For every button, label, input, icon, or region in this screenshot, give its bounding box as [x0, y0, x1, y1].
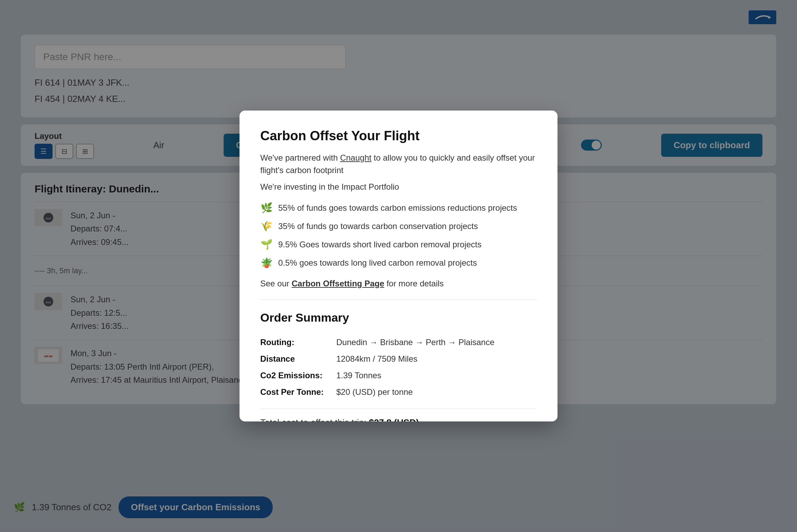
- routing-row: Routing: Dunedin → Brisbane → Perth → Pl…: [260, 334, 537, 351]
- seedling-icon: 🌱: [260, 239, 273, 250]
- cost-per-tonne-row: Cost Per Tonne: $20 (USD) per tonne: [260, 384, 537, 400]
- cost-per-tonne-value: $20 (USD) per tonne: [336, 384, 537, 400]
- distance-value: 12084km / 7509 Miles: [336, 351, 537, 367]
- list-item-4: 🪴 0.5% goes towards long lived carbon re…: [260, 254, 537, 272]
- order-summary-table: Routing: Dunedin → Brisbane → Perth → Pl…: [260, 334, 537, 400]
- modal-portfolio-list: 🌿 55% of funds goes towards carbon emiss…: [260, 199, 537, 272]
- list-item-3-text: 9.5% Goes towards short lived carbon rem…: [278, 240, 481, 249]
- cost-per-tonne-label: Cost Per Tonne:: [260, 384, 336, 400]
- modal-intro-paragraph: We've partnered with Cnaught to allow yo…: [260, 152, 537, 177]
- distance-row: Distance 12084km / 7509 Miles: [260, 351, 537, 367]
- cnaught-link[interactable]: Cnaught: [340, 153, 372, 162]
- carbon-offset-modal: Carbon Offset Your Flight We've partnere…: [240, 111, 557, 421]
- distance-label: Distance: [260, 351, 336, 367]
- modal-details-paragraph: See our Carbon Offsetting Page for more …: [260, 279, 537, 288]
- plant-icon: 🪴: [260, 257, 273, 268]
- total-cost-amount: $27.8 (USD): [369, 417, 419, 421]
- modal-intro-text1: We've partnered with: [260, 153, 340, 162]
- modal-details-prefix: See our: [260, 279, 292, 288]
- order-summary-title: Order Summary: [260, 311, 537, 324]
- modal-divider-2: [260, 409, 537, 409]
- leaf-icon: 🌿: [260, 202, 273, 213]
- co2-emissions-value: 1.39 Tonnes: [336, 367, 537, 384]
- list-item-2-text: 35% of funds go towards carbon conservat…: [278, 221, 478, 231]
- list-item-3: 🌱 9.5% Goes towards short lived carbon r…: [260, 235, 537, 254]
- modal-title: Carbon Offset Your Flight: [260, 129, 537, 143]
- co2-row: Co2 Emissions: 1.39 Tonnes: [260, 367, 537, 384]
- list-item-2: 🌾 35% of funds go towards carbon conserv…: [260, 217, 537, 235]
- modal-details-suffix: for more details: [384, 279, 444, 288]
- list-item-1-text: 55% of funds goes towards carbon emissio…: [278, 203, 517, 213]
- total-cost-text: Total cost to offset this trip:: [260, 417, 369, 421]
- carbon-offset-page-link[interactable]: Carbon Offsetting Page: [292, 279, 384, 288]
- co2-emissions-label: Co2 Emissions:: [260, 367, 336, 384]
- routing-value: Dunedin → Brisbane → Perth → Plaisance: [336, 334, 537, 351]
- modal-divider-1: [260, 300, 537, 300]
- modal-investing-text: We're investing in the Impact Portfolio: [260, 182, 537, 192]
- routing-label: Routing:: [260, 334, 336, 351]
- list-item-1: 🌿 55% of funds goes towards carbon emiss…: [260, 199, 537, 217]
- list-item-4-text: 0.5% goes towards long lived carbon remo…: [278, 258, 477, 268]
- total-cost-paragraph: Total cost to offset this trip: $27.8 (U…: [260, 417, 537, 421]
- wheat-icon: 🌾: [260, 220, 273, 232]
- modal-overlay[interactable]: Carbon Offset Your Flight We've partnere…: [0, 0, 797, 532]
